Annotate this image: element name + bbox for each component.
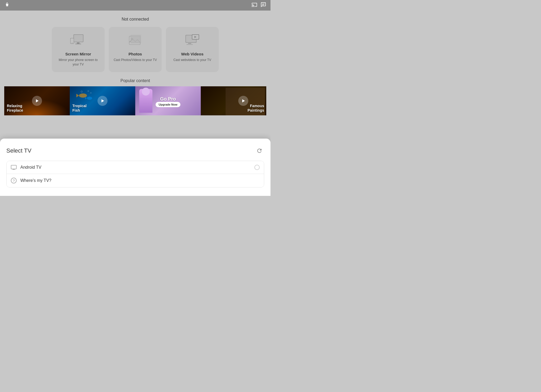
screen-mirror-desc: Mirror your phone screen to your TV <box>56 58 100 67</box>
top-bar-right <box>251 2 266 9</box>
paintings-label: FamousPaintings <box>248 104 264 113</box>
svg-point-24 <box>87 97 92 100</box>
svg-marker-21 <box>36 99 39 102</box>
android-tv-name: Android TV <box>20 165 254 170</box>
svg-marker-30 <box>242 99 245 102</box>
sheet-header: Select TV <box>6 146 264 155</box>
wheres-my-tv-name: Where's my TV? <box>20 178 260 183</box>
svg-rect-0 <box>262 4 264 4</box>
photos-desc: Cast Photos/Videos to your TV <box>114 58 157 62</box>
content-fireplace[interactable]: RelaxingFireplace <box>4 86 70 115</box>
tv-screen-icon <box>11 165 17 170</box>
web-videos-icon <box>184 33 201 48</box>
svg-rect-31 <box>11 165 16 169</box>
tv-list: Android TV ? Where's my TV? <box>6 161 264 187</box>
web-videos-title: Web Videos <box>181 52 203 56</box>
screen-mirror-icon <box>70 33 87 48</box>
android-tv-item[interactable]: Android TV <box>7 161 264 174</box>
refresh-button[interactable] <box>255 146 264 155</box>
bottom-sheet: Select TV Android TV ? Where's my TV? <box>0 139 270 196</box>
svg-marker-23 <box>76 94 79 97</box>
web-videos-desc: Cast webvideos to your TV <box>173 58 211 62</box>
photos-card[interactable]: Photos Cast Photos/Videos to your TV <box>109 27 162 72</box>
fireplace-label: RelaxingFireplace <box>7 104 23 113</box>
sheet-title: Select TV <box>6 147 31 154</box>
feature-cards: Screen Mirror Mirror your phone screen t… <box>4 27 266 72</box>
cast-icon[interactable] <box>251 2 257 9</box>
content-fish[interactable]: TropicalFish <box>70 86 135 115</box>
web-videos-card[interactable]: Web Videos Cast webvideos to your TV <box>166 27 219 72</box>
feedback-icon[interactable] <box>260 2 266 9</box>
gopro-upgrade-btn[interactable]: Upgrade Now <box>156 102 181 107</box>
svg-rect-33 <box>12 169 15 170</box>
screen-mirror-card[interactable]: Screen Mirror Mirror your phone screen t… <box>52 27 105 72</box>
question-icon: ? <box>11 178 17 183</box>
svg-point-27 <box>88 91 89 92</box>
svg-rect-5 <box>75 44 81 44</box>
gopro-overlay: Go Pro Upgrade Now <box>135 86 201 115</box>
svg-point-28 <box>91 92 91 93</box>
android-tv-radio[interactable] <box>254 165 260 170</box>
play-fish-btn[interactable] <box>97 96 108 106</box>
not-connected-label: Not connected <box>4 17 266 22</box>
svg-rect-4 <box>77 42 80 44</box>
gopro-title: Go Pro <box>135 96 201 102</box>
svg-point-26 <box>81 91 82 92</box>
top-bar <box>0 0 270 11</box>
svg-rect-20 <box>186 44 193 45</box>
play-fireplace-btn[interactable] <box>32 96 42 106</box>
popular-content-label: Popular content <box>4 78 266 83</box>
photos-icon <box>127 33 144 48</box>
photos-title: Photos <box>129 52 142 56</box>
fish-label: TropicalFish <box>72 104 87 113</box>
svg-marker-25 <box>85 97 87 100</box>
rocket-icon <box>4 2 10 9</box>
content-row: RelaxingFireplace <box>4 86 266 115</box>
svg-rect-32 <box>13 169 15 169</box>
svg-rect-19 <box>188 43 191 44</box>
content-gopro[interactable]: Go Pro Upgrade Now <box>135 86 201 115</box>
svg-rect-3 <box>74 35 83 42</box>
svg-point-22 <box>79 93 87 98</box>
svg-point-8 <box>72 43 73 44</box>
play-paintings-btn[interactable] <box>238 96 248 106</box>
svg-rect-13 <box>131 34 142 42</box>
content-paintings[interactable]: FamousPaintings <box>201 86 266 115</box>
screen-mirror-title: Screen Mirror <box>65 52 91 56</box>
svg-rect-1 <box>262 5 264 5</box>
main-content: Not connected Screen Mirror Mirror your … <box>0 11 270 115</box>
top-bar-left <box>4 2 10 9</box>
svg-marker-29 <box>101 99 104 102</box>
wheres-my-tv-item[interactable]: ? Where's my TV? <box>7 174 264 187</box>
